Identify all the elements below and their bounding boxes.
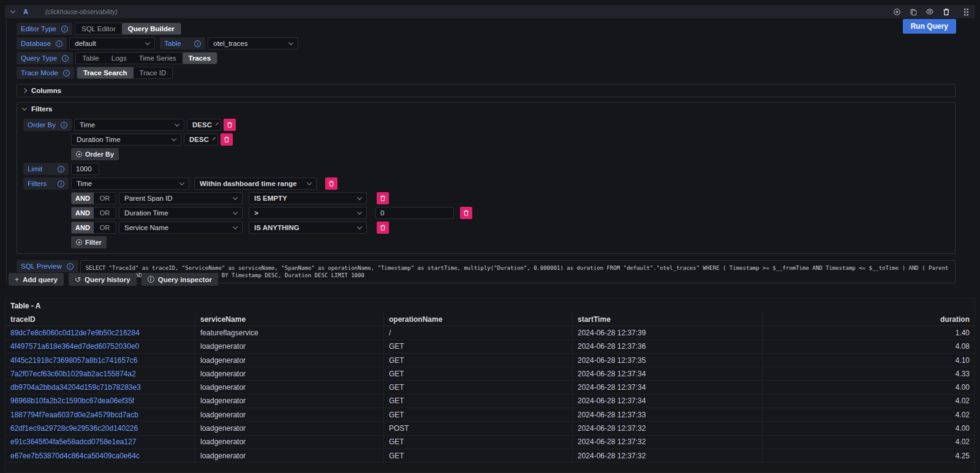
chevron-down-icon — [22, 105, 27, 110]
and-option[interactable]: AND — [72, 207, 94, 218]
info-icon[interactable]: i — [58, 166, 64, 173]
column-header-duration[interactable]: duration — [763, 313, 974, 326]
operation-name-cell: GET — [384, 367, 573, 380]
filter-field-select[interactable]: Time — [71, 177, 189, 190]
trace-mode-row: Trace Mode i Trace Search Trace ID — [17, 67, 956, 79]
trace-id-link[interactable]: 4f45c21918c73698057a8b1c741657c6 — [6, 354, 195, 367]
info-icon[interactable]: i — [58, 181, 64, 187]
service-name-cell: loadgenerator — [195, 395, 384, 408]
chevron-down-icon — [145, 40, 150, 45]
filter-row-1: AND OR Parent Span ID IS EMPTY — [23, 192, 949, 204]
clipped-table-row — [6, 463, 974, 473]
query-type-table[interactable]: Table — [76, 53, 105, 64]
query-type-logs[interactable]: Logs — [105, 53, 133, 64]
trace-id-link[interactable]: 96968b10fa2b2c1590bc67dea06ef35f — [6, 395, 195, 408]
query-history-button[interactable]: ↺ Query history — [69, 273, 137, 286]
or-option[interactable]: OR — [94, 222, 116, 233]
eye-icon[interactable] — [925, 7, 934, 16]
and-option[interactable]: AND — [72, 193, 94, 204]
remove-filter-button[interactable] — [377, 192, 389, 204]
limit-input[interactable] — [71, 163, 99, 175]
remove-filter-button[interactable] — [377, 222, 389, 234]
collapse-chevron-icon[interactable] — [10, 8, 15, 13]
chevron-down-icon — [175, 121, 179, 126]
query-inspector-button[interactable]: i Query inspector — [141, 273, 218, 286]
remove-order-by-button[interactable] — [224, 119, 236, 131]
query-type-label: Query Type i — [17, 52, 73, 64]
editor-type-query-builder[interactable]: Query Builder — [122, 23, 181, 34]
chevron-down-icon — [233, 224, 238, 229]
trace-id-link[interactable]: e91c3645f04fa5e58adcd0758e1ea127 — [6, 436, 195, 449]
table-header-row: traceID serviceName operationName startT… — [6, 313, 974, 326]
filter-value-input[interactable] — [375, 207, 454, 219]
record-icon[interactable] — [892, 7, 901, 16]
trace-id-link[interactable]: 89dc7e8c6060c0d12de7e9b50c216284 — [6, 326, 195, 339]
query-type-row: Query Type i Table Logs Time Series Trac… — [17, 52, 956, 64]
or-option[interactable]: OR — [94, 207, 116, 218]
bool-toggle: AND OR — [71, 192, 116, 204]
database-select[interactable]: default — [69, 37, 155, 50]
trace-id-link[interactable]: 62df1ec9a29728c9e29536c20d140226 — [6, 422, 195, 434]
editor-type-sql-editor[interactable]: SQL Editor — [75, 23, 122, 34]
add-order-by-button[interactable]: Order By — [71, 148, 119, 160]
order-by-label: Order By i — [23, 119, 72, 131]
filter-field-select[interactable]: Parent Span ID — [119, 192, 243, 204]
trace-id-link[interactable]: e67ee7b53870d4c864ca50409ca0e64c — [6, 449, 195, 462]
column-header-starttime[interactable]: startTime — [573, 313, 763, 326]
start-time-cell: 2024-06-28 12:37:35 — [573, 354, 763, 367]
column-header-traceid[interactable]: traceID — [6, 313, 195, 326]
order-by-direction-select[interactable]: DESC — [184, 133, 218, 146]
order-by-direction-select[interactable]: DESC — [187, 119, 221, 131]
column-header-servicename[interactable]: serviceName — [195, 313, 384, 326]
query-ref-id[interactable]: A — [23, 8, 28, 15]
trace-id-link[interactable]: db9704a2bbda34204d159c71b78283e3 — [6, 381, 195, 393]
add-order-by-row: Order By — [23, 148, 949, 160]
table-select[interactable]: otel_traces — [208, 37, 298, 50]
duration-cell: 1.40 — [763, 326, 974, 339]
trace-id-link[interactable]: 1887794f7eaa6037d0e2a4579bcd7acb — [6, 408, 195, 421]
remove-filter-button[interactable] — [460, 207, 472, 219]
filter-field-select[interactable]: Duration Time — [119, 207, 243, 219]
info-icon[interactable]: i — [62, 55, 69, 62]
add-filter-button[interactable]: Filter — [71, 236, 107, 248]
info-icon[interactable]: i — [56, 40, 62, 47]
filter-field-select[interactable]: Service Name — [119, 222, 243, 234]
service-name-cell: loadgenerator — [195, 367, 384, 380]
filter-operator-select[interactable]: Within dashboard time range — [194, 177, 317, 190]
service-name-cell: loadgenerator — [195, 436, 384, 449]
remove-filter-button[interactable] — [325, 177, 337, 190]
filter-row-3: AND OR Service Name IS ANYTHING — [23, 222, 949, 234]
chevron-down-icon — [216, 122, 219, 125]
add-query-button[interactable]: + Add query — [9, 273, 64, 286]
copy-icon[interactable] — [909, 7, 918, 16]
columns-section-header[interactable]: Columns — [17, 84, 955, 97]
query-type-time-series[interactable]: Time Series — [133, 53, 183, 64]
info-icon[interactable]: i — [61, 26, 68, 32]
and-option[interactable]: AND — [72, 222, 94, 233]
info-icon[interactable]: i — [63, 70, 70, 76]
or-option[interactable]: OR — [94, 193, 116, 204]
filters-section-header[interactable]: Filters — [17, 103, 955, 115]
order-by-field-select[interactable]: Duration Time — [71, 133, 181, 146]
query-type-traces[interactable]: Traces — [183, 53, 217, 64]
remove-order-by-button[interactable] — [221, 133, 233, 146]
filter-operator-select[interactable]: IS ANYTHING — [249, 222, 367, 234]
filter-operator-select[interactable]: > — [249, 207, 367, 219]
trace-mode-trace-id[interactable]: Trace ID — [134, 67, 173, 78]
filter-operator-select[interactable]: IS EMPTY — [249, 192, 367, 204]
table-row: e67ee7b53870d4c864ca50409ca0e64c loadgen… — [6, 449, 974, 463]
query-editor: Editor Type i SQL Editor Query Builder D… — [6, 19, 956, 283]
drag-handle-icon[interactable] — [963, 8, 969, 16]
info-icon[interactable]: i — [194, 40, 201, 47]
info-icon[interactable]: i — [61, 122, 67, 128]
delete-query-icon[interactable] — [942, 7, 951, 16]
info-icon[interactable]: i — [67, 263, 74, 270]
operation-name-cell: GET — [384, 395, 573, 408]
filters-label: Filters i — [23, 177, 69, 190]
column-header-operationname[interactable]: operationName — [384, 313, 573, 326]
trace-mode-trace-search[interactable]: Trace Search — [77, 67, 134, 78]
bool-toggle: AND OR — [71, 207, 116, 219]
trace-id-link[interactable]: 7a2f07ecf63c60b1029ab2ac155874a2 — [6, 367, 195, 380]
order-by-field-select[interactable]: Time — [74, 119, 184, 131]
trace-id-link[interactable]: 4f497571a618e364ed7ded60752030e0 — [6, 340, 195, 353]
